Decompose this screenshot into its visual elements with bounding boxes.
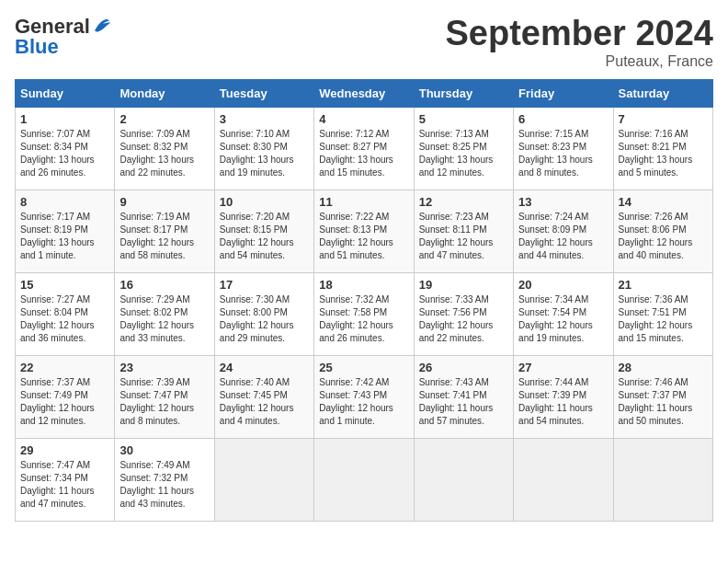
day-cell-27: 27 Sunrise: 7:44 AM Sunset: 7:39 PM Dayl… bbox=[514, 355, 613, 438]
day-number-11: 11 bbox=[319, 195, 408, 209]
day-cell-21: 21 Sunrise: 7:36 AM Sunset: 7:51 PM Dayl… bbox=[613, 272, 712, 355]
day-cell-16: 16 Sunrise: 7:29 AM Sunset: 8:02 PM Dayl… bbox=[115, 272, 214, 355]
day-cell-22: 22 Sunrise: 7:37 AM Sunset: 7:49 PM Dayl… bbox=[16, 355, 115, 438]
day-number-13: 13 bbox=[518, 195, 608, 209]
week-row-2: 8 Sunrise: 7:17 AM Sunset: 8:19 PM Dayli… bbox=[16, 190, 713, 272]
day-number-28: 28 bbox=[619, 361, 708, 374]
day-info-14: Sunrise: 7:26 AM Sunset: 8:06 PM Dayligh… bbox=[619, 211, 708, 262]
day-info-13: Sunrise: 7:24 AM Sunset: 8:09 PM Dayligh… bbox=[518, 211, 608, 262]
day-cell-10: 10 Sunrise: 7:20 AM Sunset: 8:15 PM Dayl… bbox=[214, 190, 313, 272]
day-number-15: 15 bbox=[20, 278, 109, 292]
day-number-16: 16 bbox=[119, 278, 209, 292]
day-cell-15: 15 Sunrise: 7:27 AM Sunset: 8:04 PM Dayl… bbox=[16, 272, 115, 355]
day-info-1: Sunrise: 7:07 AM Sunset: 8:34 PM Dayligh… bbox=[20, 128, 109, 179]
day-cell-24: 24 Sunrise: 7:40 AM Sunset: 7:45 PM Dayl… bbox=[214, 355, 313, 438]
day-info-11: Sunrise: 7:22 AM Sunset: 8:13 PM Dayligh… bbox=[319, 211, 408, 262]
day-cell-3: 3 Sunrise: 7:10 AM Sunset: 8:30 PM Dayli… bbox=[214, 107, 313, 190]
title-block: September 2024 Puteaux, France bbox=[446, 15, 714, 70]
empty-cell bbox=[214, 438, 313, 521]
day-cell-19: 19 Sunrise: 7:33 AM Sunset: 7:56 PM Dayl… bbox=[414, 272, 513, 355]
day-number-19: 19 bbox=[419, 278, 508, 292]
day-info-10: Sunrise: 7:20 AM Sunset: 8:15 PM Dayligh… bbox=[220, 211, 309, 262]
day-cell-28: 28 Sunrise: 7:46 AM Sunset: 7:37 PM Dayl… bbox=[613, 355, 712, 438]
header-wednesday: Wednesday bbox=[314, 79, 414, 107]
day-info-8: Sunrise: 7:17 AM Sunset: 8:19 PM Dayligh… bbox=[20, 211, 109, 262]
day-info-6: Sunrise: 7:15 AM Sunset: 8:23 PM Dayligh… bbox=[518, 128, 608, 179]
day-number-4: 4 bbox=[319, 112, 408, 126]
day-number-3: 3 bbox=[220, 112, 309, 126]
logo: General Blue bbox=[15, 15, 112, 59]
month-title: September 2024 bbox=[446, 15, 714, 53]
day-cell-12: 12 Sunrise: 7:23 AM Sunset: 8:11 PM Dayl… bbox=[414, 190, 513, 272]
header-thursday: Thursday bbox=[414, 79, 513, 107]
calendar-table: Sunday Monday Tuesday Wednesday Thursday… bbox=[15, 79, 713, 522]
day-cell-17: 17 Sunrise: 7:30 AM Sunset: 8:00 PM Dayl… bbox=[214, 272, 313, 355]
empty-cell bbox=[314, 438, 414, 521]
day-number-26: 26 bbox=[419, 361, 508, 374]
logo-bird-icon bbox=[92, 17, 112, 37]
day-number-29: 29 bbox=[20, 443, 109, 457]
day-cell-5: 5 Sunrise: 7:13 AM Sunset: 8:25 PM Dayli… bbox=[414, 107, 513, 190]
header-saturday: Saturday bbox=[613, 79, 712, 107]
day-info-23: Sunrise: 7:39 AM Sunset: 7:47 PM Dayligh… bbox=[119, 376, 209, 428]
day-number-25: 25 bbox=[319, 361, 408, 374]
day-number-27: 27 bbox=[518, 361, 608, 374]
day-info-19: Sunrise: 7:33 AM Sunset: 7:56 PM Dayligh… bbox=[419, 293, 508, 345]
day-cell-30: 30 Sunrise: 7:49 AM Sunset: 7:32 PM Dayl… bbox=[115, 438, 214, 521]
day-number-2: 2 bbox=[119, 112, 209, 126]
empty-cell bbox=[514, 438, 613, 521]
day-info-22: Sunrise: 7:37 AM Sunset: 7:49 PM Dayligh… bbox=[20, 376, 109, 428]
day-cell-4: 4 Sunrise: 7:12 AM Sunset: 8:27 PM Dayli… bbox=[314, 107, 414, 190]
day-cell-20: 20 Sunrise: 7:34 AM Sunset: 7:54 PM Dayl… bbox=[514, 272, 613, 355]
day-number-9: 9 bbox=[119, 195, 209, 209]
day-cell-26: 26 Sunrise: 7:43 AM Sunset: 7:41 PM Dayl… bbox=[414, 355, 513, 438]
day-number-30: 30 bbox=[119, 443, 209, 457]
day-info-9: Sunrise: 7:19 AM Sunset: 8:17 PM Dayligh… bbox=[119, 211, 209, 262]
day-number-10: 10 bbox=[220, 195, 309, 209]
day-info-17: Sunrise: 7:30 AM Sunset: 8:00 PM Dayligh… bbox=[220, 293, 309, 345]
day-number-1: 1 bbox=[20, 112, 109, 126]
day-info-27: Sunrise: 7:44 AM Sunset: 7:39 PM Dayligh… bbox=[518, 376, 608, 428]
day-info-21: Sunrise: 7:36 AM Sunset: 7:51 PM Dayligh… bbox=[619, 293, 708, 345]
day-cell-23: 23 Sunrise: 7:39 AM Sunset: 7:47 PM Dayl… bbox=[115, 355, 214, 438]
day-number-14: 14 bbox=[619, 195, 708, 209]
day-cell-8: 8 Sunrise: 7:17 AM Sunset: 8:19 PM Dayli… bbox=[16, 190, 115, 272]
day-info-18: Sunrise: 7:32 AM Sunset: 7:58 PM Dayligh… bbox=[319, 293, 408, 345]
day-info-26: Sunrise: 7:43 AM Sunset: 7:41 PM Dayligh… bbox=[419, 376, 508, 428]
empty-cell bbox=[613, 438, 712, 521]
day-info-25: Sunrise: 7:42 AM Sunset: 7:43 PM Dayligh… bbox=[319, 376, 408, 428]
day-cell-2: 2 Sunrise: 7:09 AM Sunset: 8:32 PM Dayli… bbox=[115, 107, 214, 190]
day-info-5: Sunrise: 7:13 AM Sunset: 8:25 PM Dayligh… bbox=[419, 128, 508, 179]
day-info-2: Sunrise: 7:09 AM Sunset: 8:32 PM Dayligh… bbox=[119, 128, 209, 179]
location-title: Puteaux, France bbox=[446, 53, 714, 70]
day-cell-29: 29 Sunrise: 7:47 AM Sunset: 7:34 PM Dayl… bbox=[16, 438, 115, 521]
week-row-4: 22 Sunrise: 7:37 AM Sunset: 7:49 PM Dayl… bbox=[16, 355, 713, 438]
day-info-24: Sunrise: 7:40 AM Sunset: 7:45 PM Dayligh… bbox=[220, 376, 309, 428]
day-cell-7: 7 Sunrise: 7:16 AM Sunset: 8:21 PM Dayli… bbox=[613, 107, 712, 190]
day-cell-6: 6 Sunrise: 7:15 AM Sunset: 8:23 PM Dayli… bbox=[514, 107, 613, 190]
day-number-21: 21 bbox=[619, 278, 708, 292]
day-number-23: 23 bbox=[119, 361, 209, 374]
day-info-20: Sunrise: 7:34 AM Sunset: 7:54 PM Dayligh… bbox=[518, 293, 608, 345]
day-number-12: 12 bbox=[419, 195, 508, 209]
empty-cell bbox=[414, 438, 513, 521]
day-number-24: 24 bbox=[220, 361, 309, 374]
day-cell-14: 14 Sunrise: 7:26 AM Sunset: 8:06 PM Dayl… bbox=[613, 190, 712, 272]
week-row-5: 29 Sunrise: 7:47 AM Sunset: 7:34 PM Dayl… bbox=[16, 438, 713, 521]
day-number-6: 6 bbox=[518, 112, 608, 126]
header-tuesday: Tuesday bbox=[214, 79, 313, 107]
day-number-7: 7 bbox=[619, 112, 708, 126]
day-info-16: Sunrise: 7:29 AM Sunset: 8:02 PM Dayligh… bbox=[119, 293, 209, 345]
day-cell-1: 1 Sunrise: 7:07 AM Sunset: 8:34 PM Dayli… bbox=[16, 107, 115, 190]
page-header: General Blue September 2024 Puteaux, Fra… bbox=[15, 15, 713, 70]
day-cell-25: 25 Sunrise: 7:42 AM Sunset: 7:43 PM Dayl… bbox=[314, 355, 414, 438]
header-monday: Monday bbox=[115, 79, 214, 107]
day-info-30: Sunrise: 7:49 AM Sunset: 7:32 PM Dayligh… bbox=[119, 459, 209, 511]
day-number-18: 18 bbox=[319, 278, 408, 292]
day-number-22: 22 bbox=[20, 361, 109, 374]
day-info-4: Sunrise: 7:12 AM Sunset: 8:27 PM Dayligh… bbox=[319, 128, 408, 179]
day-info-28: Sunrise: 7:46 AM Sunset: 7:37 PM Dayligh… bbox=[619, 376, 708, 428]
weekday-header-row: Sunday Monday Tuesday Wednesday Thursday… bbox=[16, 79, 713, 107]
day-cell-13: 13 Sunrise: 7:24 AM Sunset: 8:09 PM Dayl… bbox=[514, 190, 613, 272]
header-sunday: Sunday bbox=[16, 79, 115, 107]
